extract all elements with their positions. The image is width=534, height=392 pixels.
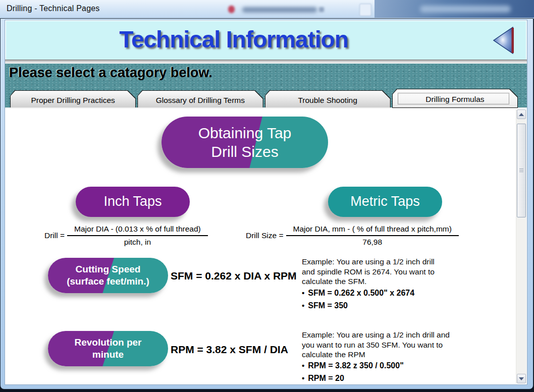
pill-line1: Cutting Speed [48, 263, 168, 275]
category-prompt: Please select a catagory below. [9, 65, 212, 81]
tab-drilling-formulas[interactable]: Drilling Formulas [392, 89, 518, 108]
sfm-bullet-1: SFM = 0.262 x 0.500" x 2674 [302, 289, 414, 298]
scroll-up-icon [519, 113, 524, 116]
header-divider [5, 60, 527, 64]
formula-lhs: Drill = [44, 231, 65, 240]
tab-proper-drilling-practices[interactable]: Proper Drilling Practices [10, 90, 136, 108]
example-line: and spindle ROM is 2674. You want to [302, 267, 484, 277]
pill-line1: Revolution per [48, 337, 168, 349]
browser-tab-text-blur [242, 7, 317, 13]
content-area: Obtaining Tap Drill Sizes Inch Taps Metr… [5, 107, 527, 384]
example-line: Example: You are using a 1/2 inch drill … [302, 330, 484, 340]
tab-label: Proper Drilling Practices [11, 91, 135, 107]
page-title: Technical Information [6, 26, 526, 53]
scroll-down-icon [519, 377, 524, 380]
example-line: Example: You are using a 1/2 inch drill [302, 257, 484, 267]
app-window-content: Technical Information Ple [5, 20, 527, 385]
background-windows-strip: Drilling - Technical Pages [0, 0, 534, 19]
window-title: Drilling - Technical Pages [7, 4, 100, 13]
formulas-page: Obtaining Tap Drill Sizes Inch Taps Metr… [5, 108, 515, 384]
background-window-title-blur [420, 6, 511, 13]
inch-tap-formula: Drill = Major DIA - (0.013 x % of full t… [44, 225, 208, 247]
app-window: Technical Information Ple [0, 18, 533, 389]
formula-denominator: pitch, in [67, 236, 208, 247]
tab-label: Drilling Formulas [393, 89, 517, 107]
formula-numerator: Major DIA, mm - ( % of full thread x pit… [286, 225, 459, 236]
heading-line2: Drill Sizes [162, 142, 328, 161]
rpm-formula: RPM = 3.82 x SFM / DIA [171, 344, 288, 356]
revolution-per-minute-pill: Revolution per minute [48, 331, 168, 366]
heading-line1: Obtaining Tap [162, 124, 328, 142]
header-banner: Technical Information [5, 20, 527, 60]
tab-trouble-shooting[interactable]: Trouble Shooting [265, 90, 391, 108]
metric-taps-pill: Metric Taps [328, 187, 442, 217]
metric-tap-formula: Drill Size = Major DIA, mm - ( % of full… [246, 225, 459, 247]
formula-lhs: Drill Size = [246, 231, 284, 240]
browser-tab-close-blur [319, 7, 324, 12]
rpm-bullet-1: RPM = 3.82 z 350 / 0.500" [302, 361, 404, 370]
browser-tab-favicon-blur [228, 6, 235, 13]
sfm-example: Example: You are using a 1/2 inch drill … [302, 257, 484, 287]
scroll-down-button[interactable] [517, 374, 526, 383]
scrollbar-thumb[interactable] [517, 124, 526, 217]
back-button[interactable] [493, 27, 516, 54]
example-line: calculate the SFM. [302, 276, 484, 287]
cutting-speed-pill: Cutting Speed (surface feet/min.) [48, 258, 168, 293]
background-inactive-window [375, 0, 534, 18]
example-line: you want to run at 350 SFM. You want to [302, 340, 484, 350]
pill-line2: (surface feet/min.) [48, 275, 168, 288]
sfm-bullet-2: SFM = 350 [302, 301, 348, 310]
category-tabs: Proper Drilling Practices Glossary of Dr… [10, 90, 518, 108]
formula-denominator: 76,98 [286, 236, 459, 247]
browser-new-tab-blur [359, 4, 371, 16]
inch-taps-pill: Inch Taps [76, 187, 190, 217]
tab-glossary-of-drilling-terms[interactable]: Glossary of Drilling Terms [137, 90, 263, 108]
pill-line2: minute [48, 349, 168, 361]
example-line: calculate the RPM [302, 350, 484, 360]
tab-label: Glossary of Drilling Terms [138, 91, 262, 107]
category-band: Please select a catagory below. Proper D… [5, 64, 527, 108]
scroll-up-button[interactable] [517, 109, 526, 119]
rpm-example: Example: You are using a 1/2 inch drill … [302, 330, 484, 360]
vertical-scrollbar[interactable] [516, 109, 526, 383]
sfm-formula: SFM = 0.262 x DIA x RPM [171, 270, 297, 282]
back-arrow-icon [493, 27, 516, 54]
heading-pill-obtaining-tap-drill-sizes: Obtaining Tap Drill Sizes [162, 117, 328, 168]
tab-label: Trouble Shooting [265, 91, 390, 107]
rpm-bullet-2: RPM = 20 [302, 374, 344, 383]
formula-numerator: Major DIA - (0.013 x % of full thread) [67, 225, 208, 236]
